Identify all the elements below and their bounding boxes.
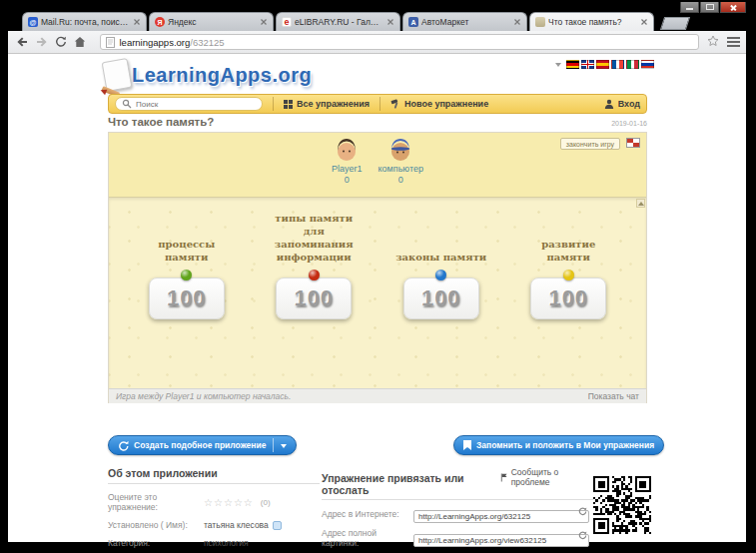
show-chat-link[interactable]: Показать чат	[588, 391, 639, 401]
menu-new-exercise[interactable]: Новое упражнение	[390, 99, 488, 109]
refresh-icon[interactable]	[578, 531, 587, 540]
category-value: психология	[204, 538, 249, 548]
new-tab-button[interactable]	[660, 17, 690, 30]
create-similar-button[interactable]: Создать подобное приложение	[108, 435, 297, 455]
question-card[interactable]: 100	[276, 277, 352, 319]
share-section: Упражнение привязать или отослать Сообщи…	[322, 467, 593, 553]
web-address-input[interactable]	[413, 510, 589, 523]
flag-ru-icon[interactable]	[641, 60, 654, 69]
home-icon[interactable]	[72, 34, 88, 51]
player-name: компьютер	[378, 164, 423, 175]
tab-avtomarket[interactable]: А АвтоМаркет	[402, 12, 527, 31]
tab-elibrary[interactable]: e eLIBRARY.RU - Галицкая	[276, 12, 400, 31]
tab-strip: @ Mail.Ru: почта, поиск в ... Я Яндекс e…	[22, 12, 688, 31]
login-button[interactable]: Вход	[604, 99, 640, 109]
category-title: законы памяти	[395, 206, 486, 264]
menu-icon[interactable]	[727, 37, 740, 47]
address-bar[interactable]: learningapps.org/632125	[100, 34, 699, 50]
save-to-my-exercises-button[interactable]: Запомнить и положить в Мои упражнения	[453, 435, 664, 455]
chevron-down-icon[interactable]	[555, 63, 561, 70]
close-icon[interactable]	[640, 18, 648, 26]
menu-all-label: Все упражнения	[297, 99, 370, 109]
menu-all-exercises[interactable]: Все упражнения	[284, 99, 370, 109]
page-date: 2019-01-16	[611, 120, 647, 127]
computer-avatar	[388, 138, 412, 164]
menu-new-label: Новое упражнение	[404, 99, 488, 109]
divider	[273, 438, 274, 452]
game-header: закончить игру Player1 0	[109, 133, 646, 197]
rating-count: (0)	[261, 498, 271, 507]
close-icon[interactable]	[260, 18, 268, 26]
qr-code	[593, 476, 651, 534]
bookmark-star-icon[interactable]	[707, 33, 719, 51]
site-toolbar: Все упражнения Новое упражнение Вход	[108, 94, 647, 114]
full-image-address-input[interactable]	[413, 534, 589, 547]
flag-it-icon[interactable]	[626, 60, 639, 69]
back-icon[interactable]	[14, 34, 30, 51]
question-card[interactable]: 100	[403, 277, 479, 319]
tab-yandex[interactable]: Я Яндекс	[149, 12, 274, 31]
card-points: 100	[294, 285, 334, 311]
yandex-icon: Я	[155, 17, 165, 27]
rating-stars[interactable]: ☆☆☆☆☆	[204, 497, 254, 508]
tab-label: Яндекс	[168, 17, 257, 27]
url-field-row: Адрес в Интернете:	[322, 505, 593, 523]
chevron-down-icon[interactable]	[281, 444, 287, 451]
scroll-up-icon[interactable]	[636, 199, 645, 208]
question-card[interactable]: 100	[149, 277, 225, 319]
about-header: Об этом приложении	[108, 467, 320, 484]
author-name[interactable]: татьяна клесова	[204, 520, 269, 530]
rating-row: Оцените это упражнение: ☆☆☆☆☆ (0)	[108, 492, 320, 512]
tab-label: eLIBRARY.RU - Галицкая	[295, 17, 383, 27]
bookmark-icon	[463, 440, 471, 450]
question-card[interactable]: 100	[530, 277, 606, 319]
category-dot-red	[309, 270, 320, 280]
player-score: 0	[398, 175, 403, 186]
report-problem-link[interactable]: Сообщить о проблеме	[500, 467, 593, 487]
site-logo[interactable]: LearningApps.org	[132, 64, 312, 87]
flag-es-icon[interactable]	[596, 60, 609, 69]
tab-active-memory[interactable]: Что такое память?	[529, 12, 654, 31]
category-column: типы памяти для запоминания информации 1…	[251, 206, 378, 319]
player1-avatar	[335, 138, 359, 164]
flag-gb-icon[interactable]	[581, 60, 594, 69]
category-title: типы памяти для запоминания информации	[275, 206, 354, 264]
divider	[379, 97, 380, 111]
close-icon[interactable]	[513, 18, 521, 26]
tab-mailru[interactable]: @ Mail.Ru: почта, поиск в ...	[22, 12, 147, 31]
game-frame: закончить игру Player1 0	[108, 132, 647, 403]
card-points: 100	[167, 285, 207, 311]
card-points: 100	[421, 285, 461, 311]
reload-icon[interactable]	[53, 34, 69, 51]
window-controls	[679, 2, 746, 13]
elibrary-icon: e	[282, 17, 292, 27]
flag-de-icon[interactable]	[566, 60, 579, 69]
search-input[interactable]	[136, 100, 246, 109]
close-button[interactable]	[720, 2, 746, 13]
maximize-button[interactable]	[700, 2, 719, 13]
save-label: Запомнить и положить в Мои упражнения	[476, 440, 654, 450]
card-points: 100	[548, 285, 588, 311]
player-computer: компьютер 0	[378, 138, 423, 187]
close-icon[interactable]	[133, 18, 141, 26]
player-name: Player1	[332, 164, 363, 175]
fullimage-field-row: Адрес полной картинки:	[322, 528, 593, 548]
flag-fr-icon[interactable]	[611, 60, 624, 69]
category-column: законы памяти 100	[378, 206, 505, 319]
flag-icon	[500, 473, 507, 482]
refresh-icon[interactable]	[578, 507, 587, 516]
search-box[interactable]	[115, 97, 263, 111]
category-column: развитие памяти 100	[505, 206, 633, 319]
url-text: learningapps.org/632125	[120, 37, 225, 48]
player-score: 0	[345, 175, 350, 186]
page-icon	[106, 37, 115, 48]
language-bar	[555, 59, 654, 70]
forward-icon[interactable]	[33, 34, 49, 51]
app-icon	[535, 17, 545, 27]
close-icon[interactable]	[386, 18, 394, 26]
game-board: процессы памяти 100 типы памяти для запо…	[109, 197, 646, 388]
category-columns: процессы памяти 100 типы памяти для запо…	[109, 198, 646, 319]
category-row: Категория: психология	[108, 538, 320, 548]
field-label: Адрес полной картинки:	[322, 528, 413, 548]
author-profile-icon[interactable]	[273, 521, 282, 530]
